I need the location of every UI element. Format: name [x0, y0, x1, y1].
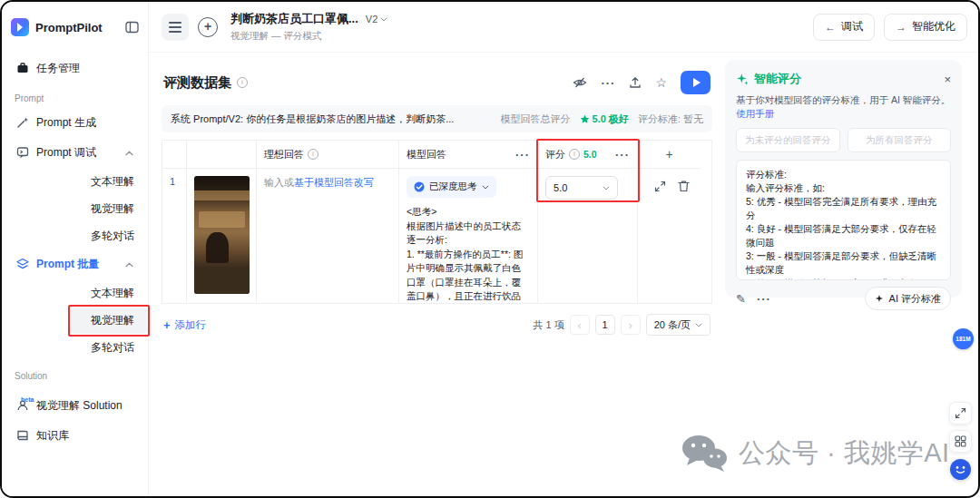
menu-icon[interactable] — [162, 14, 189, 41]
sidebar-item-task-management[interactable]: 任务管理 — [9, 54, 141, 82]
wechat-icon — [681, 434, 728, 474]
plus-icon: + — [163, 318, 171, 332]
rewrite-from-model-link[interactable]: 基于模型回答改写 — [294, 177, 374, 188]
photo-detail — [194, 190, 250, 201]
criteria-textarea[interactable]: 评分标准: 输入评分标准，如: 5: 优秀 - 模型回答完全满足所有要求，理由充… — [736, 160, 951, 280]
column-more-icon[interactable]: ··· — [515, 148, 530, 161]
score-all-button[interactable]: 为所有回答评分 — [848, 128, 952, 152]
criteria-line: 输入评分标准，如: — [746, 181, 941, 195]
dataset-header: 评测数据集 i ··· ☆ — [162, 53, 712, 105]
table-footer: + 添加行 共 1 项 ‹ 1 › 20 条/页 — [162, 314, 712, 336]
debug-button[interactable]: ← 调试 — [813, 14, 875, 41]
apps-grid-button[interactable] — [949, 430, 972, 453]
expand-arrows-icon — [955, 407, 966, 419]
total-score-label: 模型回答总评分 — [501, 112, 571, 126]
panel-title: 智能评分 — [754, 71, 801, 87]
sparkle-icon — [736, 73, 749, 85]
sidebar-item-vision-solution[interactable]: beta 视觉理解 Solution — [9, 392, 141, 419]
deep-thinking-toggle[interactable]: 已深度思考 — [407, 176, 496, 198]
sidebar-item-label: 视觉理解 Solution — [36, 398, 122, 414]
chevron-down-icon — [603, 186, 610, 190]
panel-more-icon[interactable]: ··· — [757, 292, 771, 306]
sidebar-item-prompt-generate[interactable]: Prompt 生成 — [9, 109, 141, 136]
current-page[interactable]: 1 — [595, 315, 615, 335]
page-title: 评测数据集 — [163, 74, 231, 92]
title-block: 判断奶茶店员工口罩佩... V2 视觉理解 — 评分模式 — [230, 11, 387, 43]
favorite-star-icon[interactable]: ☆ — [655, 75, 667, 90]
chevron-up-icon — [125, 146, 133, 159]
score-unscored-button[interactable]: 为未评分的回答评分 — [736, 128, 840, 152]
smiley-face-icon — [950, 459, 971, 480]
sidebar-item-label: Prompt 调试 — [36, 145, 96, 161]
manual-link[interactable]: 使用手册 — [736, 108, 774, 119]
smart-optimize-button[interactable]: → 智能优化 — [884, 14, 967, 41]
sidebar-subitem-batch-text[interactable]: 文本理解 — [71, 280, 147, 307]
delete-row-icon[interactable] — [678, 180, 690, 192]
sidebar-subitem-batch-multiturn[interactable]: 多轮对话 — [71, 335, 147, 361]
section-label-prompt: Prompt — [9, 84, 141, 109]
row-index: 1 — [170, 176, 175, 187]
new-task-icon[interactable]: + — [198, 17, 218, 37]
expand-panel-button[interactable] — [949, 402, 972, 425]
score-select[interactable]: 5.0 — [545, 176, 618, 200]
close-icon[interactable]: × — [944, 73, 951, 85]
chevron-up-icon — [125, 258, 133, 270]
sidebar-subitem-batch-vision[interactable]: 视觉理解 — [71, 308, 147, 334]
optimize-button-label: 智能优化 — [912, 19, 956, 34]
solution-person-icon: beta — [16, 399, 29, 412]
sidebar-subitem-debug-vision[interactable]: 视觉理解 — [71, 196, 147, 222]
sidebar-collapse-icon[interactable] — [125, 21, 139, 34]
column-label: 评分 — [545, 148, 565, 161]
model-answer-text: <思考> 根据图片描述中的员工状态逐一分析: 1. **最前方操作的员工**: … — [407, 205, 530, 303]
edit-pencil-icon[interactable]: ✎ — [736, 292, 746, 306]
info-icon: i — [237, 77, 248, 88]
criteria-line: 5: 优秀 - 模型回答完全满足所有要求，理由充分 — [746, 195, 941, 222]
system-prompt-bar[interactable]: 系统 Prompt/V2: 你的任务是根据奶茶店的图片描述，判断奶茶... 模型… — [162, 105, 712, 132]
row-image-thumbnail[interactable] — [194, 176, 250, 294]
sidebar-item-knowledge-base[interactable]: 知识库 — [9, 422, 141, 449]
run-button[interactable] — [681, 71, 710, 94]
cell-ideal-answer[interactable]: 输入或基于模型回答改写 — [257, 169, 399, 303]
sidebar-item-label: 知识库 — [36, 428, 69, 444]
expand-row-icon[interactable] — [654, 180, 666, 192]
th-model-answer: 模型回答 ··· — [399, 141, 538, 169]
version-dropdown[interactable]: V2 — [366, 14, 387, 24]
subitem-label: 视觉理解 — [91, 201, 134, 217]
ai-criteria-button[interactable]: AI 评分标准 — [865, 287, 951, 310]
more-actions-icon[interactable]: ··· — [601, 76, 615, 90]
page-size-select[interactable]: 20 条/页 — [646, 314, 710, 336]
app-window: PromptPilot 任务管理 Prompt Prompt 生成 — [0, 0, 980, 498]
sidebar-subitem-debug-text[interactable]: 文本理解 — [71, 169, 147, 195]
column-more-icon[interactable]: ··· — [615, 148, 630, 161]
task-icon — [16, 62, 29, 74]
pagination: 共 1 项 ‹ 1 › 20 条/页 — [533, 314, 710, 336]
debug-button-label: 调试 — [841, 19, 863, 34]
next-page-button[interactable]: › — [621, 315, 641, 335]
panel-description: 基于你对模型回答的评分标准，用于 AI 智能评分。使用手册 — [736, 93, 951, 121]
sidebar-subitem-debug-multiturn[interactable]: 多轮对话 — [71, 223, 147, 249]
criteria-line: 3: 一般 - 模型回答满足部分要求，但缺乏清晰性或深度 — [746, 249, 941, 277]
magic-wand-icon — [16, 116, 29, 129]
criteria-status: 评分标准: 暂无 — [638, 112, 703, 126]
prev-page-button[interactable]: ‹ — [570, 315, 590, 335]
cell-score: 5.0 — [538, 169, 638, 303]
sidebar-item-prompt-batch[interactable]: Prompt 批量 — [9, 250, 141, 278]
chevron-down-icon — [380, 17, 387, 22]
beta-badge: beta — [21, 396, 34, 404]
score-header-badge: 5.0 — [583, 149, 597, 160]
add-row-button[interactable]: + 添加行 — [163, 318, 206, 332]
main-content: 评测数据集 i ··· ☆ 系统 Prompt/V2: 你的任务是根据奶茶店的图… — [149, 53, 725, 496]
assistant-button[interactable] — [950, 459, 971, 480]
sidebar-item-prompt-debug[interactable]: Prompt 调试 — [9, 139, 141, 166]
sparkle-icon — [875, 294, 885, 304]
chevron-down-icon — [695, 323, 702, 327]
th-index — [162, 141, 187, 169]
notification-badge[interactable]: 181M — [953, 328, 974, 349]
check-circle-icon — [414, 181, 425, 192]
upload-icon[interactable] — [629, 76, 642, 89]
hide-columns-icon[interactable] — [573, 76, 587, 89]
chat-debug-icon — [16, 146, 29, 159]
add-column-button[interactable]: + — [638, 141, 701, 169]
subitem-label: 文本理解 — [91, 174, 134, 190]
column-label: 模型回答 — [407, 148, 446, 161]
